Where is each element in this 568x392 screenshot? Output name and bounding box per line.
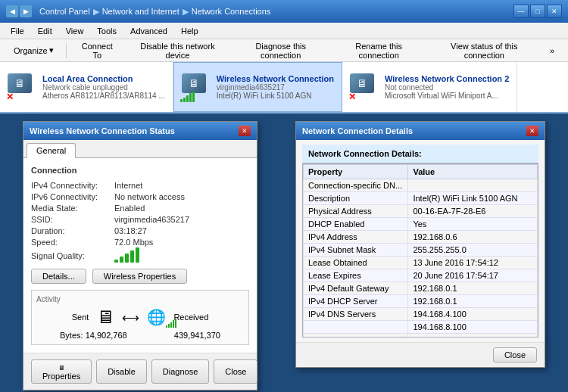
connect-to-button[interactable]: Connect To — [71, 39, 123, 62]
details-row: Physical Address00-16-EA-7F-28-E6 — [304, 205, 538, 218]
details-button[interactable]: Details... — [31, 269, 86, 284]
minimize-button[interactable]: — — [513, 5, 529, 18]
maximize-button[interactable]: □ — [530, 5, 545, 18]
ipv6-connectivity-row: IPv6 Connectivity: No network access — [31, 192, 249, 201]
activity-section: Activity Sent 🖥 ⟷ 🌐 — [31, 290, 249, 345]
details-row: IPv4 WINS Server — [304, 334, 538, 338]
menu-edit[interactable]: Edit — [32, 25, 58, 37]
network-detail-local: Atheros AR8121/AR8113/AR8114 ... — [42, 92, 165, 100]
network-name-wireless1: Wireless Network Connection — [217, 74, 334, 83]
details-row: 194.168.8.100 — [304, 321, 538, 334]
received-label: Received — [173, 313, 208, 322]
network-status-wireless1: virginmedia4635217 — [217, 83, 334, 92]
menu-advanced[interactable]: Advanced — [124, 25, 173, 37]
network-icon-local: 🖥 ✕ — [8, 73, 36, 101]
details-btn-row: Details... Wireless Properties — [31, 269, 249, 284]
sent-label: Sent — [72, 313, 89, 322]
details-row: Connection-specific DN... — [304, 179, 538, 192]
network-icon-wireless1: 🖥 — [182, 73, 211, 101]
breadcrumb-network-internet[interactable]: Network and Internet — [102, 7, 179, 16]
network-name-wireless2: Wireless Network Connection 2 — [385, 74, 509, 83]
details-dialog-title: Network Connection Details ✕ — [296, 122, 545, 140]
details-row: DescriptionIntel(R) WiFi Link 5100 AGN — [304, 192, 538, 205]
col-property: Property — [304, 165, 408, 179]
properties-button[interactable]: 🖥 Properties — [31, 359, 92, 384]
more-options-button[interactable]: » — [542, 44, 562, 58]
breadcrumb: Control Panel ▶ Network and Internet ▶ N… — [39, 7, 510, 17]
bar-4 — [130, 250, 134, 263]
transfer-arrows: ⟷ — [122, 310, 139, 325]
rename-button[interactable]: Rename this connection — [332, 39, 426, 62]
status-close-button[interactable]: Close — [214, 359, 257, 384]
toolbar-separator — [66, 43, 67, 58]
details-row: DHCP EnabledYes — [304, 218, 538, 231]
status-dialog-content: Connection IPv4 Connectivity: Internet I… — [23, 158, 257, 353]
bytes-received-col: 439,941,370 — [174, 331, 220, 340]
network-icon-wireless2: 🖥 ✕ — [350, 73, 379, 101]
details-row: IPv4 Default Gateway192.168.0.1 — [304, 282, 538, 295]
activity-label: Activity — [36, 295, 244, 303]
connection-section-label: Connection — [31, 166, 249, 175]
details-close-row: Close — [296, 342, 545, 367]
speed-row: Speed: 72.0 Mbps — [31, 238, 249, 247]
tab-general[interactable]: General — [27, 143, 76, 158]
disable-network-button[interactable]: Disable this network device — [125, 39, 230, 62]
details-dialog-close[interactable]: ✕ — [526, 126, 538, 136]
menu-tools[interactable]: Tools — [91, 25, 123, 37]
status-dialog-close[interactable]: ✕ — [239, 126, 251, 136]
back-icon[interactable]: ◀ — [6, 5, 18, 17]
ipv4-connectivity-row: IPv4 Connectivity: Internet — [31, 181, 249, 190]
details-dialog: Network Connection Details ✕ Network Con… — [295, 121, 545, 368]
details-header: Network Connection Details: — [302, 145, 538, 163]
network-detail-wireless2: Microsoft Virtual WiFi Miniport A... — [385, 92, 509, 100]
toolbar: Organize ▾ Connect To Disable this netwo… — [0, 39, 568, 62]
organize-button[interactable]: Organize ▾ — [6, 43, 61, 58]
status-dialog-title: Wireless Network Connection Status ✕ — [23, 122, 257, 140]
signal-bars — [114, 249, 139, 263]
forward-icon[interactable]: ▶ — [20, 5, 32, 17]
network-detail-wireless1: Intel(R) WiFi Link 5100 AGN — [217, 92, 334, 100]
title-bar: ◀ ▶ Control Panel ▶ Network and Internet… — [0, 0, 568, 23]
diagnose-button[interactable]: Diagnose this connection — [232, 39, 330, 62]
breadcrumb-network-connections[interactable]: Network Connections — [192, 7, 271, 16]
details-row: IPv4 DNS Servers194.168.4.100 — [304, 308, 538, 321]
details-row: IPv4 Address192.168.0.6 — [304, 231, 538, 244]
network-item-wireless1[interactable]: 🖥 Wireless Network Connection virginmedi… — [173, 62, 342, 112]
disable-button[interactable]: Disable — [96, 359, 147, 384]
details-row: Lease Expires20 June 2016 17:54:17 — [304, 269, 538, 282]
details-close-button[interactable]: Close — [493, 347, 537, 362]
bar-2 — [120, 257, 123, 263]
menu-help[interactable]: Help — [175, 25, 204, 37]
wireless-properties-button[interactable]: Wireless Properties — [92, 269, 187, 284]
network-status-local: Network cable unplugged — [42, 83, 165, 92]
status-tab-bar: General — [23, 140, 257, 158]
bytes-sent-col: Bytes: 14,902,768 — [60, 331, 127, 340]
error-icon-local: ✕ — [6, 92, 14, 102]
bar-3 — [125, 254, 129, 263]
details-row: Lease Obtained13 June 2016 17:54:12 — [304, 257, 538, 269]
close-window-button[interactable]: ✕ — [547, 5, 562, 18]
breadcrumb-control-panel[interactable]: Control Panel — [39, 7, 90, 16]
status-dialog: Wireless Network Connection Status ✕ Gen… — [23, 121, 257, 390]
network-cloud-icon: 🌐 — [147, 308, 166, 326]
network-item-wireless2[interactable]: 🖥 ✕ Wireless Network Connection 2 Not co… — [342, 62, 517, 112]
activity-icon: 🖥 — [96, 306, 114, 328]
ssid-row: SSID: virginmedia4635217 — [31, 215, 249, 224]
menu-view[interactable]: View — [60, 25, 90, 37]
bar-5 — [136, 247, 139, 263]
network-item-local[interactable]: 🖥 ✕ Local Area Connection Network cable … — [0, 62, 173, 112]
main-content: Wireless Network Connection Status ✕ Gen… — [0, 114, 568, 378]
network-info-local: Local Area Connection Network cable unpl… — [42, 74, 165, 100]
network-list: 🖥 ✕ Local Area Connection Network cable … — [0, 62, 568, 114]
network-info-wireless1: Wireless Network Connection virginmedia4… — [217, 74, 334, 100]
view-status-button[interactable]: View status of this connection — [428, 39, 541, 62]
status-bottom-buttons: 🖥 Properties Disable Diagnose Close — [23, 353, 257, 390]
bytes-row: Bytes: 14,902,768 439,941,370 — [36, 331, 244, 340]
details-table: Property Value Connection-specific DN...… — [303, 164, 538, 338]
col-value: Value — [408, 165, 538, 179]
error-icon-wireless2: ✕ — [348, 92, 356, 102]
diagnose-status-button[interactable]: Diagnose — [151, 359, 209, 384]
duration-row: Duration: 03:18:27 — [31, 226, 249, 235]
window-controls: — □ ✕ — [513, 5, 562, 18]
menu-file[interactable]: File — [5, 25, 30, 37]
